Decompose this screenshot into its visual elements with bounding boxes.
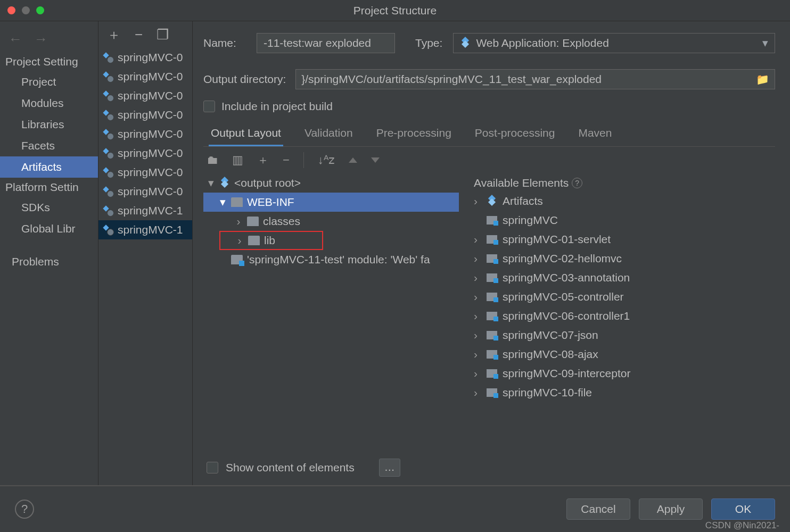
artifact-icon xyxy=(103,167,113,178)
tree-item-lib[interactable]: › lib xyxy=(219,231,323,250)
artifact-list-item[interactable]: springMVC-0 xyxy=(98,163,192,182)
sidebar-item-project[interactable]: Project xyxy=(0,71,98,93)
output-root-icon xyxy=(219,178,230,188)
help-icon[interactable]: ? xyxy=(572,178,582,188)
sidebar-item-facets[interactable]: Facets xyxy=(0,135,98,156)
available-elements-panel: Available Elements ? › Artifacts ›spring… xyxy=(459,173,775,451)
nav-back-icon[interactable]: ← xyxy=(9,32,22,46)
available-module-item[interactable]: ›springMVC-10-file xyxy=(463,383,775,402)
artifact-list-item[interactable]: springMVC-1 xyxy=(98,220,192,239)
available-module-item[interactable]: ›springMVC-07-json xyxy=(463,326,775,345)
available-elements-heading: Available Elements xyxy=(474,177,569,189)
chevron-right-icon[interactable]: › xyxy=(474,290,481,303)
chevron-right-icon[interactable]: › xyxy=(474,195,481,207)
type-select[interactable]: Web Application: Exploded ▾ xyxy=(453,33,775,53)
new-archive-icon[interactable]: ▥ xyxy=(232,154,243,166)
chevron-right-icon[interactable]: › xyxy=(474,386,481,399)
chevron-right-icon[interactable]: › xyxy=(474,329,481,342)
chevron-down-icon[interactable]: ▾ xyxy=(207,177,215,189)
module-icon xyxy=(487,369,497,378)
artifact-list: ＋ − ❐ springMVC-0springMVC-0springMVC-0s… xyxy=(98,21,193,485)
available-module-item[interactable]: ›springMVC-09-interceptor xyxy=(463,364,775,383)
sidebar-item-global[interactable]: Global Libr xyxy=(0,218,98,239)
available-module-item[interactable]: ›springMVC-05-controller xyxy=(463,287,775,306)
sidebar-item-modules[interactable]: Modules xyxy=(0,93,98,114)
sidebar-item-problems[interactable]: Problems xyxy=(0,251,98,272)
tab-pre-processing[interactable]: Pre-processing xyxy=(374,122,454,146)
chevron-right-icon[interactable]: › xyxy=(474,310,481,322)
module-icon xyxy=(487,273,497,282)
minimize-window-icon[interactable] xyxy=(22,6,30,14)
module-icon xyxy=(487,350,497,359)
tab-maven[interactable]: Maven xyxy=(576,122,614,146)
copy-artifact-button[interactable]: ❐ xyxy=(157,28,169,41)
module-icon xyxy=(487,331,497,339)
folder-icon xyxy=(247,217,259,226)
artifact-icon xyxy=(103,52,113,63)
remove-artifact-button[interactable]: − xyxy=(135,28,143,41)
ok-button[interactable]: OK xyxy=(711,498,775,520)
tree-output-root[interactable]: <output root> xyxy=(234,177,301,189)
available-module-item[interactable]: ›springMVC xyxy=(463,211,775,230)
available-module-item[interactable]: ›springMVC-02-hellomvc xyxy=(463,249,775,268)
tree-item-module-web[interactable]: · 'springMVC-11-test' module: 'Web' fa xyxy=(203,250,459,269)
maximize-window-icon[interactable] xyxy=(36,6,44,14)
move-down-icon[interactable] xyxy=(371,157,380,163)
move-up-icon[interactable] xyxy=(349,157,357,163)
output-layout-tree[interactable]: ▾ <output root> ▾ WEB-INF › classes › xyxy=(203,173,459,451)
tab-post-processing[interactable]: Post-processing xyxy=(473,122,557,146)
chevron-right-icon[interactable]: › xyxy=(234,215,243,228)
tab-validation[interactable]: Validation xyxy=(302,122,355,146)
chevron-right-icon[interactable]: › xyxy=(474,348,481,361)
chevron-right-icon[interactable]: › xyxy=(474,252,481,265)
artifact-list-item[interactable]: springMVC-0 xyxy=(98,67,192,86)
artifact-list-item[interactable]: springMVC-0 xyxy=(98,144,192,163)
artifact-list-item[interactable]: springMVC-0 xyxy=(98,182,192,201)
output-directory-input[interactable]: }/springMVC/out/artifacts/springMVC_11_t… xyxy=(295,69,775,89)
new-folder-icon[interactable]: 🖿 xyxy=(207,154,218,166)
artifact-list-item[interactable]: springMVC-0 xyxy=(98,86,192,105)
available-module-item[interactable]: ›springMVC-06-controller1 xyxy=(463,306,775,326)
chevron-right-icon[interactable]: › xyxy=(474,233,481,246)
browse-folder-icon[interactable]: 📁 xyxy=(756,73,769,86)
available-item-artifacts[interactable]: › Artifacts xyxy=(463,192,775,211)
sidebar-header-platform-settings: Platform Settin xyxy=(0,178,98,197)
apply-button[interactable]: Apply xyxy=(639,498,703,520)
tree-item-web-inf[interactable]: ▾ WEB-INF xyxy=(203,193,459,212)
available-module-item[interactable]: ›springMVC-03-annotation xyxy=(463,268,775,287)
name-input[interactable]: -11-test:war exploded xyxy=(257,33,395,53)
chevron-right-icon[interactable]: › xyxy=(235,234,244,247)
add-copy-icon[interactable]: ＋ xyxy=(257,154,269,166)
chevron-down-icon: ▾ xyxy=(762,37,768,49)
module-icon xyxy=(487,235,497,244)
artifact-list-item[interactable]: springMVC-1 xyxy=(98,201,192,220)
remove-item-icon[interactable]: − xyxy=(283,154,290,166)
module-icon xyxy=(487,293,497,301)
available-module-item[interactable]: ›springMVC-08-ajax xyxy=(463,345,775,364)
show-content-label: Show content of elements xyxy=(226,461,355,474)
show-content-checkbox[interactable] xyxy=(207,462,218,473)
nav-forward-icon[interactable]: → xyxy=(34,32,48,46)
include-in-build-checkbox[interactable] xyxy=(203,101,215,112)
sidebar-item-artifacts[interactable]: Artifacts xyxy=(0,156,98,178)
close-window-icon[interactable] xyxy=(7,6,15,14)
more-options-button[interactable]: … xyxy=(379,459,400,477)
module-icon xyxy=(487,312,497,320)
chevron-down-icon[interactable]: ▾ xyxy=(218,196,227,209)
chevron-right-icon[interactable]: › xyxy=(474,367,481,380)
artifact-list-item[interactable]: springMVC-0 xyxy=(98,124,192,144)
add-artifact-button[interactable]: ＋ xyxy=(107,28,121,41)
artifact-list-item[interactable]: springMVC-0 xyxy=(98,48,192,67)
sidebar-item-sdks[interactable]: SDKs xyxy=(0,197,98,218)
sidebar-item-libraries[interactable]: Libraries xyxy=(0,114,98,135)
tab-output-layout[interactable]: Output Layout xyxy=(209,122,283,146)
help-button[interactable]: ? xyxy=(15,500,34,519)
available-module-item[interactable]: ›springMVC-01-servlet xyxy=(463,230,775,249)
artifact-icon xyxy=(103,225,113,235)
chevron-right-icon[interactable]: › xyxy=(474,271,481,284)
tree-item-classes[interactable]: › classes xyxy=(203,212,459,231)
sort-icon[interactable]: ↓ᴬᴢ xyxy=(318,154,335,166)
name-label: Name: xyxy=(203,37,246,49)
cancel-button[interactable]: Cancel xyxy=(566,498,630,520)
artifact-list-item[interactable]: springMVC-0 xyxy=(98,105,192,124)
